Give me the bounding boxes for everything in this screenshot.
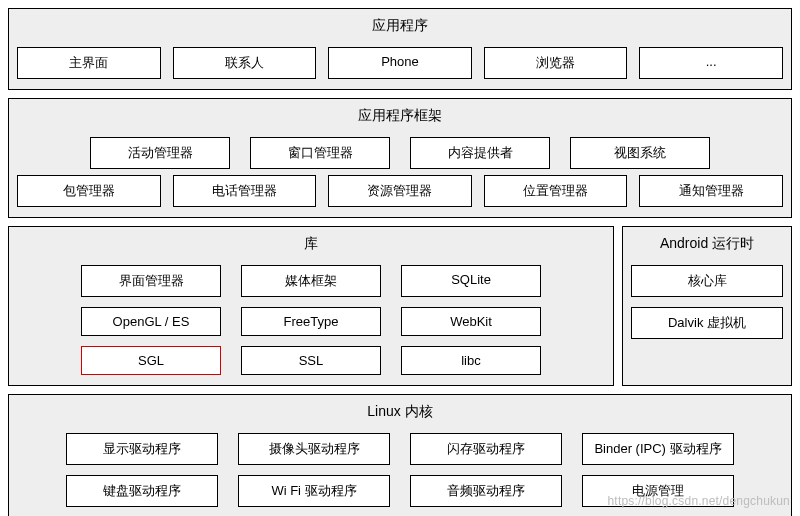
lib-libc: libc <box>401 346 541 375</box>
framework-row2: 包管理器 电话管理器 资源管理器 位置管理器 通知管理器 <box>17 175 783 207</box>
lib-media-framework: 媒体框架 <box>241 265 381 297</box>
k-camera-driver: 摄像头驱动程序 <box>238 433 390 465</box>
k-display-driver: 显示驱动程序 <box>66 433 218 465</box>
fw-content-providers: 内容提供者 <box>410 137 550 169</box>
layer-framework: 应用程序框架 活动管理器 窗口管理器 内容提供者 视图系统 包管理器 电话管理器… <box>8 98 792 218</box>
layer-title-kernel: Linux 内核 <box>17 399 783 427</box>
layer-libraries: 库 界面管理器 媒体框架 SQLite OpenGL / ES FreeType… <box>8 226 614 386</box>
lib-freetype: FreeType <box>241 307 381 336</box>
layer-libraries-runtime: 库 界面管理器 媒体框架 SQLite OpenGL / ES FreeType… <box>8 226 792 386</box>
kernel-grid: 显示驱动程序 摄像头驱动程序 闪存驱动程序 Binder (IPC) 驱动程序 … <box>17 433 783 507</box>
layer-title-framework: 应用程序框架 <box>17 103 783 131</box>
layer-title-applications: 应用程序 <box>17 13 783 41</box>
k-audio-driver: 音频驱动程序 <box>410 475 562 507</box>
lib-ssl: SSL <box>241 346 381 375</box>
fw-window-manager: 窗口管理器 <box>250 137 390 169</box>
fw-telephony-manager: 电话管理器 <box>173 175 317 207</box>
layer-title-libraries: 库 <box>17 231 605 259</box>
applications-row: 主界面 联系人 Phone 浏览器 ... <box>17 47 783 79</box>
k-power-management: 电源管理 <box>582 475 734 507</box>
lib-webkit: WebKit <box>401 307 541 336</box>
layer-kernel: Linux 内核 显示驱动程序 摄像头驱动程序 闪存驱动程序 Binder (I… <box>8 394 792 516</box>
rt-core-libs: 核心库 <box>631 265 783 297</box>
fw-notification-manager: 通知管理器 <box>639 175 783 207</box>
fw-location-manager: 位置管理器 <box>484 175 628 207</box>
k-flash-driver: 闪存驱动程序 <box>410 433 562 465</box>
app-browser: 浏览器 <box>484 47 628 79</box>
fw-view-system: 视图系统 <box>570 137 710 169</box>
rt-dalvik-vm: Dalvik 虚拟机 <box>631 307 783 339</box>
lib-opengl-es: OpenGL / ES <box>81 307 221 336</box>
lib-sqlite: SQLite <box>401 265 541 297</box>
fw-package-manager: 包管理器 <box>17 175 161 207</box>
app-more: ... <box>639 47 783 79</box>
k-keyboard-driver: 键盘驱动程序 <box>66 475 218 507</box>
lib-surface-manager: 界面管理器 <box>81 265 221 297</box>
k-wifi-driver: Wi Fi 驱动程序 <box>238 475 390 507</box>
fw-activity-manager: 活动管理器 <box>90 137 230 169</box>
layer-title-runtime: Android 运行时 <box>631 231 783 259</box>
app-contacts: 联系人 <box>173 47 317 79</box>
app-home: 主界面 <box>17 47 161 79</box>
lib-sgl: SGL <box>81 346 221 375</box>
layer-applications: 应用程序 主界面 联系人 Phone 浏览器 ... <box>8 8 792 90</box>
fw-resource-manager: 资源管理器 <box>328 175 472 207</box>
k-binder-ipc-driver: Binder (IPC) 驱动程序 <box>582 433 734 465</box>
layer-runtime: Android 运行时 核心库 Dalvik 虚拟机 <box>622 226 792 386</box>
framework-row1: 活动管理器 窗口管理器 内容提供者 视图系统 <box>17 137 783 169</box>
runtime-col: 核心库 Dalvik 虚拟机 <box>631 265 783 339</box>
app-phone: Phone <box>328 47 472 79</box>
libraries-grid: 界面管理器 媒体框架 SQLite OpenGL / ES FreeType W… <box>17 265 605 375</box>
